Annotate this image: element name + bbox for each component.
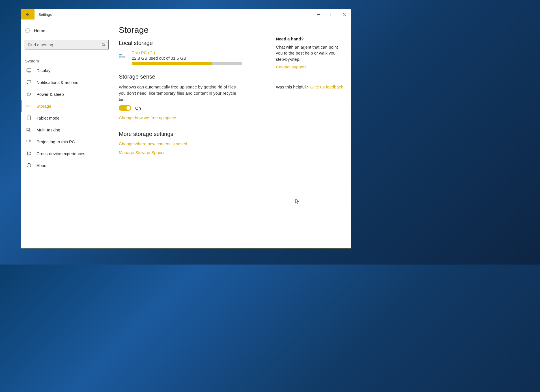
sidebar-item-about[interactable]: About [21, 159, 113, 171]
page-title: Storage [119, 25, 267, 35]
sidebar-item-label: Cross-device experiences [36, 151, 85, 156]
sidebar-item-power-sleep[interactable]: Power & sleep [21, 88, 113, 100]
monitor-icon [26, 68, 31, 73]
sidebar-item-projecting[interactable]: Projecting to this PC [21, 136, 113, 148]
change-content-save-link[interactable]: Change where new content is saved [119, 141, 187, 146]
content-area: Storage Local storage This PC (C:) 22.8 … [113, 20, 351, 248]
arrow-left-icon [25, 12, 30, 17]
storage-sense-toggle-row: On [119, 105, 267, 111]
sidebar-item-label: Projecting to this PC [36, 139, 75, 144]
help-heading: Need a hand? [276, 36, 343, 41]
home-label: Home [34, 28, 45, 33]
titlebar: Settings [21, 9, 351, 20]
svg-rect-9 [28, 129, 31, 131]
svg-point-1 [27, 30, 28, 31]
window-title: Settings [35, 12, 312, 17]
storage-sense-toggle-label: On [135, 106, 141, 111]
settings-window: Settings Home Syst [21, 9, 351, 248]
sidebar-item-label: Power & sleep [36, 92, 64, 97]
manage-storage-spaces-link[interactable]: Manage Storage Spaces [119, 150, 165, 155]
window-body: Home System Display Notifications & acti… [21, 20, 351, 248]
main-column: Storage Local storage This PC (C:) 22.8 … [119, 25, 267, 242]
minimize-icon [317, 13, 320, 16]
drive-usage-text: 22.8 GB used out of 31.5 GB [132, 56, 267, 60]
storage-sense-description: Windows can automatically free up space … [119, 84, 240, 102]
sidebar-item-label: Storage [36, 104, 51, 109]
search-icon [102, 43, 106, 47]
svg-point-7 [29, 119, 29, 120]
close-icon [343, 13, 346, 16]
sidebar-item-label: Multi-tasking [36, 127, 60, 132]
sidebar-item-multitasking[interactable]: Multi-tasking [21, 124, 113, 136]
power-icon [26, 92, 31, 97]
sidebar-item-display[interactable]: Display [21, 64, 113, 76]
sidebar-item-label: Display [36, 68, 50, 73]
svg-point-12 [30, 152, 31, 153]
message-icon [26, 80, 31, 85]
tablet-icon [26, 115, 31, 120]
svg-rect-18 [119, 54, 122, 55]
multitask-icon [26, 127, 31, 132]
maximize-button[interactable] [325, 9, 338, 20]
svg-point-13 [27, 154, 28, 155]
close-button[interactable] [338, 9, 351, 20]
sidebar-item-label: Notifications & actions [36, 80, 78, 85]
window-controls [312, 9, 351, 20]
back-button[interactable] [21, 9, 35, 20]
svg-rect-3 [27, 69, 31, 72]
drive-info: This PC (C:) 22.8 GB used out of 31.5 GB [132, 50, 267, 65]
drive-row[interactable]: This PC (C:) 22.8 GB used out of 31.5 GB [119, 50, 267, 65]
toggle-knob [126, 106, 130, 110]
feedback-question: Was this helpful? [276, 85, 308, 89]
sidebar-category-label: System [25, 59, 113, 63]
minimize-button[interactable] [312, 9, 325, 20]
home-button[interactable]: Home [21, 25, 113, 36]
storage-sense-heading: Storage sense [119, 73, 267, 80]
sidebar-item-storage[interactable]: Storage [21, 100, 113, 112]
sidebar-item-tablet-mode[interactable]: Tablet mode [21, 112, 113, 124]
local-storage-heading: Local storage [119, 40, 267, 46]
drive-usage-bar-fill [132, 62, 212, 65]
drive-icon [119, 52, 127, 60]
svg-rect-10 [27, 140, 30, 142]
change-free-space-link[interactable]: Change how we free up space [119, 115, 176, 120]
gear-icon [25, 28, 30, 33]
maximize-icon [330, 13, 333, 16]
give-feedback-link[interactable]: Give us feedback [310, 85, 343, 89]
drive-name: This PC (C:) [132, 50, 267, 55]
svg-point-14 [30, 154, 31, 155]
svg-rect-0 [330, 13, 333, 16]
sidebar-item-label: About [36, 163, 48, 168]
info-icon [26, 163, 31, 168]
more-storage-heading: More storage settings [119, 131, 267, 137]
cross-device-icon [26, 151, 31, 156]
sidebar: Home System Display Notifications & acti… [21, 20, 113, 248]
sidebar-item-label: Tablet mode [36, 116, 60, 120]
svg-point-2 [102, 43, 104, 46]
project-icon [26, 139, 31, 144]
svg-point-11 [27, 152, 28, 153]
svg-point-5 [27, 106, 28, 106]
storage-sense-toggle[interactable] [119, 105, 131, 111]
storage-icon [26, 103, 31, 109]
sidebar-item-cross-device[interactable]: Cross-device experiences [21, 148, 113, 159]
svg-rect-8 [27, 128, 30, 131]
help-text: Chat with an agent that can point you to… [276, 44, 343, 62]
drive-usage-bar [132, 62, 242, 65]
contact-support-link[interactable]: Contact support [276, 64, 306, 69]
search-box[interactable] [25, 40, 109, 49]
sidebar-item-notifications[interactable]: Notifications & actions [21, 76, 113, 88]
aside-column: Need a hand? Chat with an agent that can… [276, 25, 343, 242]
svg-rect-17 [120, 57, 124, 58]
search-input[interactable] [28, 42, 102, 47]
